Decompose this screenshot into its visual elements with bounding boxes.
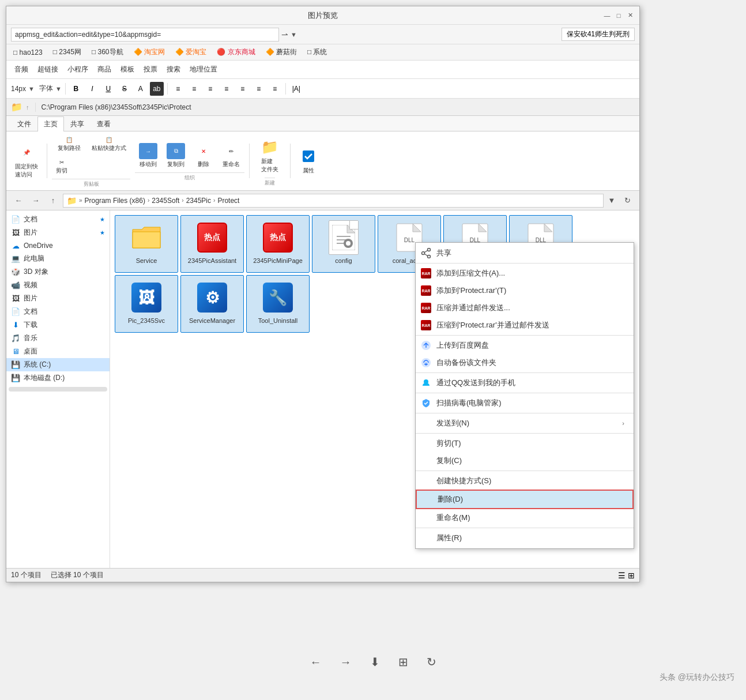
- ctx-scan-virus[interactable]: 扫描病毒(电脑管家): [416, 394, 634, 412]
- sidebar-item-locald[interactable]: 💾 本地磁盘 (D:): [6, 371, 110, 385]
- bookmark-hao123[interactable]: □ hao123: [10, 47, 46, 58]
- file-item-pic2345svc[interactable]: 🖼 Pic_2345Svc: [115, 275, 178, 333]
- ribbon-rename-button[interactable]: ✏ 重命名: [218, 140, 244, 171]
- align-justify-button[interactable]: ≡: [220, 82, 233, 96]
- underline-button[interactable]: U: [101, 82, 115, 96]
- ribbon-new-folder-button[interactable]: 📁 新建文件夹: [254, 135, 285, 176]
- dropdown-icon[interactable]: ▼: [291, 31, 297, 38]
- nav-vote[interactable]: 投票: [140, 63, 161, 76]
- file-item-2345picassistant[interactable]: 热点 2345PicAssistant: [180, 215, 244, 273]
- dropdown-icon-font[interactable]: ▼: [55, 85, 62, 92]
- ctx-compress-email[interactable]: RAR 压缩并通过邮件发送...: [416, 299, 634, 317]
- bold-button[interactable]: B: [69, 82, 83, 96]
- bookmark-2345[interactable]: □ 2345网: [50, 46, 85, 58]
- nav-audio[interactable]: 音频: [11, 63, 32, 76]
- bottom-download-button[interactable]: ⬇: [368, 653, 382, 671]
- file-item-2345picminipage[interactable]: 热点 2345PicMiniPage: [246, 215, 310, 273]
- sidebar-item-thispc[interactable]: 💻 此电脑: [6, 252, 110, 265]
- sidebar-item-documents[interactable]: 📄 文档 ★: [6, 213, 110, 226]
- strikethrough-button[interactable]: S: [118, 82, 131, 96]
- ctx-send-to[interactable]: 发送到(N) ›: [416, 415, 634, 432]
- nav-product[interactable]: 商品: [94, 63, 115, 76]
- sidebar-item-images[interactable]: 🖼 图片: [6, 292, 110, 305]
- sidebar-item-desktop[interactable]: 🖥 桌面: [6, 345, 110, 358]
- bottom-page-button[interactable]: ⊞: [396, 653, 410, 671]
- ctx-qq-send[interactable]: 通过QQ发送到我的手机: [416, 374, 634, 392]
- ribbon-cut-button[interactable]: ✂ 剪切: [52, 156, 71, 178]
- path-dropdown-button[interactable]: ▼: [606, 193, 617, 208]
- ctx-rename[interactable]: 重命名(M): [416, 509, 634, 526]
- ribbon-paste-shortcut-button[interactable]: 📋 粘贴快捷方式: [88, 134, 130, 155]
- italic-button[interactable]: I: [85, 82, 99, 96]
- ribbon-properties-button[interactable]: 属性: [295, 144, 322, 178]
- path-segment-2345soft[interactable]: 2345Soft: [152, 197, 179, 205]
- sidebar-item-docs[interactable]: 📄 文档: [6, 305, 110, 318]
- ctx-cut[interactable]: 剪切(T): [416, 435, 634, 452]
- sidebar-item-downloads[interactable]: ⬇ 下载: [6, 318, 110, 332]
- ctx-properties[interactable]: 属性(R): [416, 529, 634, 547]
- file-item-config[interactable]: config: [312, 215, 375, 273]
- color-button[interactable]: A: [134, 82, 148, 96]
- nav-hyperlink[interactable]: 超链接: [34, 63, 62, 76]
- highlight-button[interactable]: ab: [150, 82, 164, 96]
- indent-button[interactable]: ≡: [236, 82, 250, 96]
- sidebar-item-systemc[interactable]: 💾 系统 (C:): [6, 358, 110, 371]
- view-details-button[interactable]: ☰: [618, 571, 626, 580]
- nav-forward-button[interactable]: →: [28, 193, 43, 208]
- ribbon-tab-home[interactable]: 主页: [37, 116, 64, 131]
- ribbon-tab-share[interactable]: 共享: [64, 116, 91, 131]
- close-button[interactable]: ✕: [626, 11, 635, 20]
- view-icons-button[interactable]: ⊞: [628, 571, 635, 580]
- refresh-button[interactable]: ↻: [620, 193, 635, 208]
- bookmark-aitaobao[interactable]: 🔶 爱淘宝: [172, 46, 210, 58]
- ribbon-tab-file[interactable]: 文件: [11, 116, 37, 131]
- address-input[interactable]: [11, 28, 279, 42]
- file-item-tooluninstall[interactable]: 🔧 Tool_Uninstall: [246, 275, 310, 333]
- bookmark-jd[interactable]: 🔴 京东商城: [213, 46, 258, 58]
- path-segment-programs[interactable]: Program Files (x86): [85, 197, 145, 205]
- ctx-compress-protect-email[interactable]: RAR 压缩到'Protect.rar'并通过邮件发送: [416, 317, 634, 334]
- outdent-button[interactable]: ≡: [252, 82, 266, 96]
- bookmark-taobao[interactable]: 🔶 淘宝网: [130, 46, 168, 58]
- bookmark-360[interactable]: □ 360导航: [88, 46, 127, 58]
- minimize-button[interactable]: —: [602, 11, 612, 20]
- align-right-button[interactable]: ≡: [204, 82, 217, 96]
- nav-back-button[interactable]: ←: [11, 193, 26, 208]
- ctx-add-archive[interactable]: RAR 添加到压缩文件(A)...: [416, 265, 634, 282]
- bottom-forward-button[interactable]: →: [338, 653, 354, 671]
- sidebar-item-pictures[interactable]: 🖼 图片 ★: [6, 226, 110, 239]
- ribbon-move-button[interactable]: → 移动到: [135, 140, 161, 171]
- sidebar-item-3d[interactable]: 🎲 3D 对象: [6, 265, 110, 279]
- bookmark-system[interactable]: □ 系统: [304, 46, 331, 58]
- forward-icon[interactable]: ⇀: [281, 30, 288, 39]
- file-item-servicemanager[interactable]: ⚙ ServiceManager: [180, 275, 244, 333]
- path-segment-2345pic[interactable]: 2345Pic: [186, 197, 211, 205]
- ctx-baidu-upload[interactable]: 上传到百度网盘: [416, 337, 634, 354]
- sidebar-item-onedrive[interactable]: ☁ OneDrive: [6, 239, 110, 252]
- ctx-add-protect-rar[interactable]: RAR 添加到'Protect.rar'(T): [416, 282, 634, 299]
- sidebar-item-videos[interactable]: 📹 视频: [6, 279, 110, 292]
- ribbon-tab-view[interactable]: 查看: [91, 116, 117, 131]
- path-segment-protect[interactable]: Protect: [217, 197, 239, 205]
- nav-search[interactable]: 搜索: [163, 63, 184, 76]
- ctx-baidu-backup[interactable]: 自动备份该文件夹: [416, 354, 634, 371]
- nav-template[interactable]: 模板: [117, 63, 138, 76]
- bookmark-mogu[interactable]: 🔶 蘑菇街: [262, 46, 300, 58]
- nav-up-button[interactable]: ↑: [46, 193, 61, 208]
- text-size-button[interactable]: |A|: [289, 82, 303, 96]
- ctx-delete[interactable]: 删除(D): [416, 490, 634, 509]
- ribbon-pin-button[interactable]: 📌 固定到快速访问: [11, 140, 42, 182]
- ctx-create-shortcut[interactable]: 创建快捷方式(S): [416, 472, 634, 490]
- bottom-refresh-button[interactable]: ↻: [424, 653, 439, 671]
- list-button[interactable]: ≡: [268, 82, 282, 96]
- ctx-copy[interactable]: 复制(C): [416, 452, 634, 469]
- nav-miniprogram[interactable]: 小程序: [64, 63, 92, 76]
- maximize-button[interactable]: □: [614, 11, 623, 20]
- ctx-share[interactable]: 共享: [416, 244, 634, 262]
- align-left-button[interactable]: ≡: [171, 82, 185, 96]
- ribbon-copy-path-button[interactable]: 📋 复制路径: [52, 134, 86, 155]
- nav-location[interactable]: 地理位置: [186, 63, 221, 76]
- bottom-back-button[interactable]: ←: [308, 653, 324, 671]
- sidebar-item-music[interactable]: 🎵 音乐: [6, 332, 110, 345]
- dropdown-icon-size[interactable]: ▼: [28, 85, 35, 92]
